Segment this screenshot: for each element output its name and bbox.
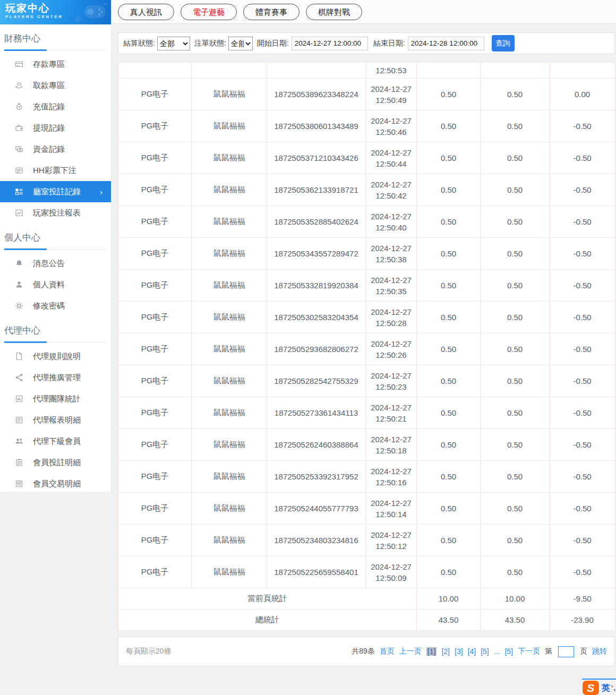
sidebar-item-deposit-area[interactable]: 存款專區 [0, 54, 111, 75]
order-id-cell: 1872505352885402624 [267, 206, 366, 238]
page-link-5[interactable]: [5] [481, 647, 489, 656]
sidebar-item-player-bet-report[interactable]: 玩家投注報表 [0, 202, 111, 224]
order-id-cell: 1872505302583204354 [267, 302, 366, 333]
page-link-4[interactable]: [4] [468, 647, 476, 656]
valid-bet-cell: 0.50 [481, 429, 550, 461]
sidebar: 玩家中心 PLAYERS CENTER 財務中心存款專區取款專區充值記錄提現記錄… [0, 0, 112, 492]
bet-amount-cell: 0.50 [417, 365, 481, 397]
profit-cell: -0.50 [550, 397, 615, 429]
gamepad-icon [74, 2, 108, 24]
order-id-cell: 1872505332819920384 [267, 270, 366, 302]
first-page-link[interactable]: 首页 [380, 647, 395, 656]
bet-amount-cell [417, 63, 481, 79]
valid-bet-cell: 0.50 [481, 397, 550, 429]
order-status-select[interactable]: 全部 [228, 37, 253, 50]
end-date-input[interactable] [408, 37, 484, 50]
team-stats-icon [15, 394, 23, 403]
page-link-5[interactable]: [5] [504, 647, 513, 656]
sidebar-item-room-bet-records[interactable]: 廳室投註記錄› [0, 181, 111, 202]
summary-label-cell: 總統計 [118, 610, 417, 631]
player-cell: 鼠鼠福福 [192, 365, 267, 397]
profit-cell: -0.50 [550, 333, 615, 365]
platform-cell: PG电子 [118, 110, 192, 142]
total-count-text: 共89条 [352, 647, 375, 656]
time-cell: 2024-12-27 12:50:35 [366, 270, 417, 302]
time-cell: 2024-12-27 12:50:14 [366, 493, 417, 525]
bell-icon [15, 259, 23, 268]
sidebar-item-withdraw-area[interactable]: 取款專區 [0, 75, 111, 96]
sidebar-item-funds-records[interactable]: 資金記錄 [0, 139, 111, 160]
sidebar-item-label: 代理下級會員 [33, 436, 81, 447]
sidebar-menu: 財務中心存款專區取款專區充值記錄提現記錄資金記錄HH彩票下注廳室投註記錄›玩家投… [0, 32, 111, 494]
player-cell: 鼠鼠福福 [192, 493, 267, 525]
person-icon [15, 280, 23, 289]
time-cell: 2024-12-27 12:50:46 [366, 110, 417, 142]
platform-cell: PG电子 [118, 429, 192, 461]
page-link-1[interactable]: [1] [426, 647, 437, 656]
start-date-input[interactable] [292, 37, 368, 50]
platform-cell: PG电子 [118, 206, 192, 238]
sidebar-item-label: 廳室投註記錄 [33, 187, 81, 197]
tab-live-video[interactable]: 真人視訊 [118, 4, 174, 20]
prev-page-link[interactable]: 上一页 [399, 647, 422, 656]
jump-prefix-label: 第 [545, 647, 552, 656]
sidebar-item-recharge-records[interactable]: 充值記錄 [0, 96, 111, 117]
time-cell: 2024-12-27 12:50:28 [366, 302, 417, 333]
sidebar-item-agent-sub-members[interactable]: 代理下級會員 [0, 431, 111, 452]
sidebar-item-withdrawal-records[interactable]: 提現記錄 [0, 117, 111, 139]
tab-board-games[interactable]: 棋牌對戰 [306, 4, 362, 20]
funds-icon [15, 145, 23, 153]
bet-amount-cell: 0.50 [417, 174, 481, 206]
sidebar-item-change-password[interactable]: 修改密碼 [0, 295, 111, 316]
table-row: 12:50:53 [118, 63, 615, 79]
sidebar-item-label: 提現記錄 [33, 123, 65, 133]
player-cell: 鼠鼠福福 [192, 397, 267, 429]
table-row: PG电子鼠鼠福福18725053896233482242024-12-27 12… [118, 79, 615, 110]
current-page-summary-row: 當前頁統計10.0010.00-9.50 [118, 588, 615, 610]
page-link-2[interactable]: [2] [441, 647, 450, 656]
search-button[interactable]: 查詢 [492, 35, 515, 52]
table-row: PG电子鼠鼠福福18725052936828062722024-12-27 12… [118, 333, 615, 365]
sidebar-item-member-transaction-detail[interactable]: 會員交易明細 [0, 473, 111, 494]
ime-language-indicator[interactable]: 英 [602, 683, 610, 694]
time-cell: 2024-12-27 12:50:12 [366, 525, 417, 556]
page-link-3[interactable]: [3] [455, 647, 463, 656]
order-status-label: 注單狀態: [194, 39, 226, 48]
valid-bet-cell: 0.50 [481, 461, 550, 493]
ime-logo-icon[interactable]: S [583, 681, 599, 695]
jump-button[interactable]: 跳转 [592, 647, 607, 656]
time-cell: 2024-12-27 12:50:38 [366, 238, 417, 270]
profit-cell [550, 63, 615, 79]
tab-sports[interactable]: 體育賽事 [243, 4, 300, 20]
sidebar-item-agent-promotion[interactable]: 代理推廣管理 [0, 367, 111, 388]
filter-bar: 結算狀態: 全部 注單狀態: 全部 開始日期: 結束日期: 查詢 [118, 32, 615, 54]
sidebar-item-agent-report-detail[interactable]: 代理報表明細 [0, 409, 111, 431]
profit-cell: -0.50 [550, 110, 615, 142]
sidebar-item-member-bet-detail[interactable]: 會員投註明細 [0, 452, 111, 473]
jump-page-input[interactable] [558, 646, 574, 657]
bet-amount-cell: 0.50 [417, 493, 481, 525]
section-underline [4, 248, 106, 250]
valid-bet-cell: 0.50 [481, 270, 550, 302]
player-cell: 鼠鼠福福 [192, 206, 267, 238]
sidebar-item-agent-rules[interactable]: 代理規則說明 [0, 346, 111, 367]
player-cell: 鼠鼠福福 [192, 302, 267, 333]
sidebar-item-agent-team-stats[interactable]: 代理團隊統計 [0, 388, 111, 409]
users-icon [15, 437, 23, 445]
settle-status-select[interactable]: 全部 [157, 37, 190, 50]
platform-cell [118, 63, 192, 79]
sidebar-item-label: 代理推廣管理 [33, 373, 81, 383]
bets-table-body: 12:50:53PG电子鼠鼠福福18725053896233482242024-… [118, 63, 615, 631]
sidebar-item-profile[interactable]: 個人資料 [0, 274, 111, 295]
next-page-link[interactable]: 下一页 [518, 647, 540, 656]
player-cell: 鼠鼠福福 [192, 333, 267, 365]
sidebar-item-announcements[interactable]: 消息公告 [0, 253, 111, 274]
player-cell: 鼠鼠福福 [192, 461, 267, 493]
sidebar-section-title: 個人中心 [4, 231, 111, 244]
player-cell: 鼠鼠福福 [192, 556, 267, 588]
summary-bet-cell: 43.50 [417, 610, 481, 631]
section-underline [4, 341, 106, 342]
tab-electronic-games[interactable]: 電子遊藝 [181, 4, 237, 20]
wallet-icon [15, 124, 23, 132]
sidebar-item-hh-lottery-bets[interactable]: HH彩票下注 [0, 160, 111, 181]
